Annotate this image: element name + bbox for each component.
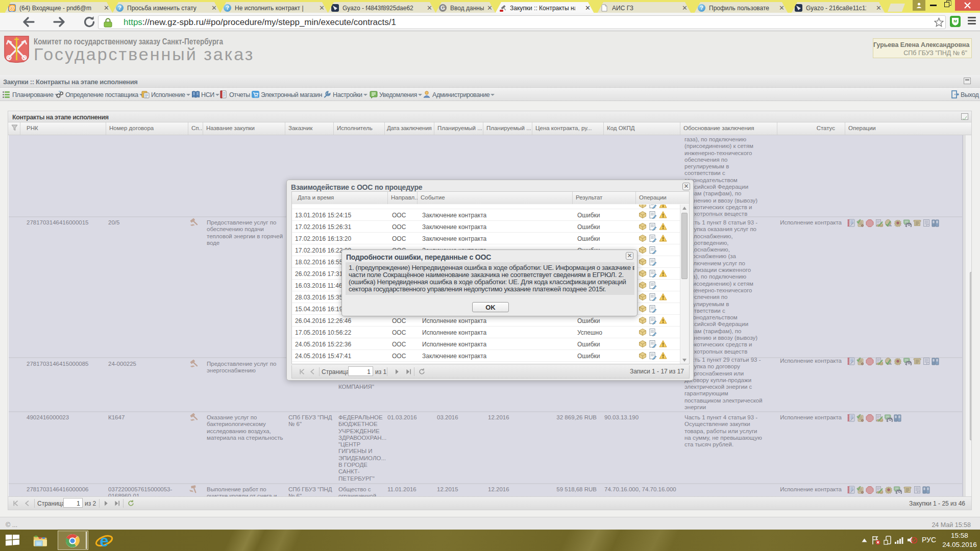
- svg-text:e: e: [100, 533, 108, 548]
- svg-text:M: M: [953, 19, 957, 23]
